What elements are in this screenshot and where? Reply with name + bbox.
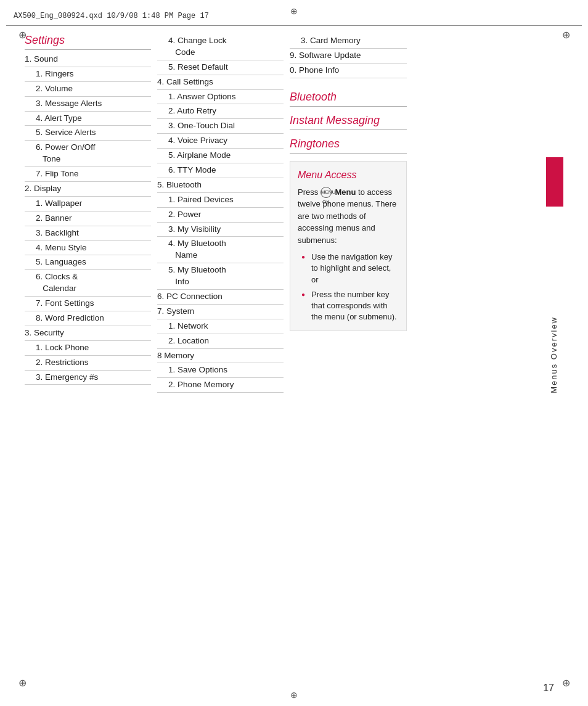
list-item: 1. Save Options bbox=[157, 363, 284, 378]
list-item: 3. Emergency #s bbox=[25, 371, 151, 385]
list-item: 2. Phone Memory bbox=[157, 378, 284, 393]
list-item: 0. Phone Info bbox=[290, 64, 407, 78]
instant-messaging-title: Instant Messaging bbox=[290, 114, 407, 130]
list-item: 1. Sound bbox=[25, 52, 151, 67]
list-item: 5. My Bluetooth Info bbox=[157, 263, 284, 290]
list-item: 4. Call Settings bbox=[157, 75, 284, 90]
column-1: Settings 1. Sound 1. Ringers 2. Volume 3… bbox=[25, 34, 157, 675]
settings-tail-list: 3. Card Memory 9. Software Update 0. Pho… bbox=[290, 34, 407, 78]
menu-icon: MENUOK bbox=[321, 187, 332, 198]
list-item: 1. Ringers bbox=[25, 67, 151, 82]
page-number: 17 bbox=[543, 683, 554, 694]
sidebar-label: Menus Overview bbox=[549, 316, 558, 393]
menu-access-bullets: Use the navigation key to highlight and … bbox=[298, 250, 399, 324]
column-3: 3. Card Memory 9. Software Update 0. Pho… bbox=[290, 34, 413, 675]
reg-mark-bm: ⊕ bbox=[289, 690, 299, 700]
menu-access-title: Menu Access bbox=[298, 168, 399, 183]
list-item: 1. Paired Devices bbox=[157, 193, 284, 208]
list-item: 7. Font Settings bbox=[25, 297, 151, 311]
list-item: 8. Word Prediction bbox=[25, 311, 151, 326]
main-content: Settings 1. Sound 1. Ringers 2. Volume 3… bbox=[25, 34, 563, 675]
settings-list: 1. Sound 1. Ringers 2. Volume 3. Message… bbox=[25, 52, 151, 385]
list-item: 4. My Bluetooth Name bbox=[157, 237, 284, 263]
list-item: 1. Lock Phone bbox=[25, 341, 151, 356]
list-item: 6. TTY Mode bbox=[157, 163, 284, 178]
ringtones-section: Ringtones bbox=[290, 138, 407, 154]
list-item: 2. Location bbox=[157, 334, 284, 349]
list-item: 9. Software Update bbox=[290, 49, 407, 64]
list-item: 2. Volume bbox=[25, 82, 151, 97]
list-item: 6. Clocks & Calendar bbox=[25, 270, 151, 297]
column-4: Menus Overview bbox=[413, 34, 563, 675]
list-item: 2. Banner bbox=[25, 211, 151, 226]
list-item: 3. Message Alerts bbox=[25, 97, 151, 112]
list-item: 8 Memory bbox=[157, 349, 284, 364]
list-item: 3. My Visibility bbox=[157, 223, 284, 237]
list-item: 7. Flip Tone bbox=[25, 167, 151, 182]
list-item: 5. Reset Default bbox=[157, 60, 284, 75]
bullet-item: Use the navigation key to highlight and … bbox=[301, 250, 399, 287]
list-item: 6. Power On/Off Tone bbox=[25, 141, 151, 167]
menu-access-box: Menu Access Press MENUOK Menu to access … bbox=[290, 161, 407, 332]
settings-list-continued: 4. Change Lock Code 5. Reset Default 4. … bbox=[157, 34, 284, 393]
list-item: 3. Backlight bbox=[25, 226, 151, 241]
list-item: 4. Voice Privacy bbox=[157, 134, 284, 149]
reg-mark-tm: ⊕ bbox=[289, 6, 299, 16]
list-item: 4. Menu Style bbox=[25, 241, 151, 256]
settings-title: Settings bbox=[25, 34, 151, 50]
list-item: 5. Bluetooth bbox=[157, 178, 284, 193]
list-item: 1. Wallpaper bbox=[25, 197, 151, 211]
list-item: 3. Security bbox=[25, 326, 151, 341]
header-text: AX500_Eng_080924.qxd 10/9/08 1:48 PM Pag… bbox=[14, 12, 209, 20]
list-item: 3. One-Touch Dial bbox=[157, 119, 284, 134]
list-item: 6. PC Connection bbox=[157, 290, 284, 305]
list-item: 2. Restrictions bbox=[25, 356, 151, 371]
list-item: 2. Power bbox=[157, 208, 284, 223]
bluetooth-section: Bluetooth bbox=[290, 91, 407, 107]
list-item: 2. Auto Retry bbox=[157, 104, 284, 119]
menu-access-intro: Press MENUOK Menu to access twelve phone… bbox=[298, 186, 399, 247]
list-item: 1. Answer Options bbox=[157, 90, 284, 105]
bluetooth-title: Bluetooth bbox=[290, 91, 407, 107]
reg-mark-bl: ⊕ bbox=[17, 678, 27, 688]
sidebar-bar bbox=[546, 157, 563, 207]
sidebar-tab: Menus Overview bbox=[544, 34, 563, 675]
list-item: 7. System bbox=[157, 305, 284, 319]
list-item: 5. Service Alerts bbox=[25, 126, 151, 141]
list-item: 3. Card Memory bbox=[290, 34, 407, 49]
bullet-item: Press the number key that corresponds wi… bbox=[301, 287, 399, 325]
list-item: 4. Alert Type bbox=[25, 112, 151, 126]
list-item: 1. Network bbox=[157, 319, 284, 334]
list-item: 5. Languages bbox=[25, 255, 151, 270]
instant-messaging-section: Instant Messaging bbox=[290, 114, 407, 130]
list-item: 2. Display bbox=[25, 182, 151, 197]
list-item: 5. Airplane Mode bbox=[157, 149, 284, 163]
column-2: 4. Change Lock Code 5. Reset Default 4. … bbox=[157, 34, 290, 675]
list-item: 4. Change Lock Code bbox=[157, 34, 284, 60]
reg-mark-br: ⊕ bbox=[561, 678, 571, 688]
ringtones-title: Ringtones bbox=[290, 138, 407, 154]
